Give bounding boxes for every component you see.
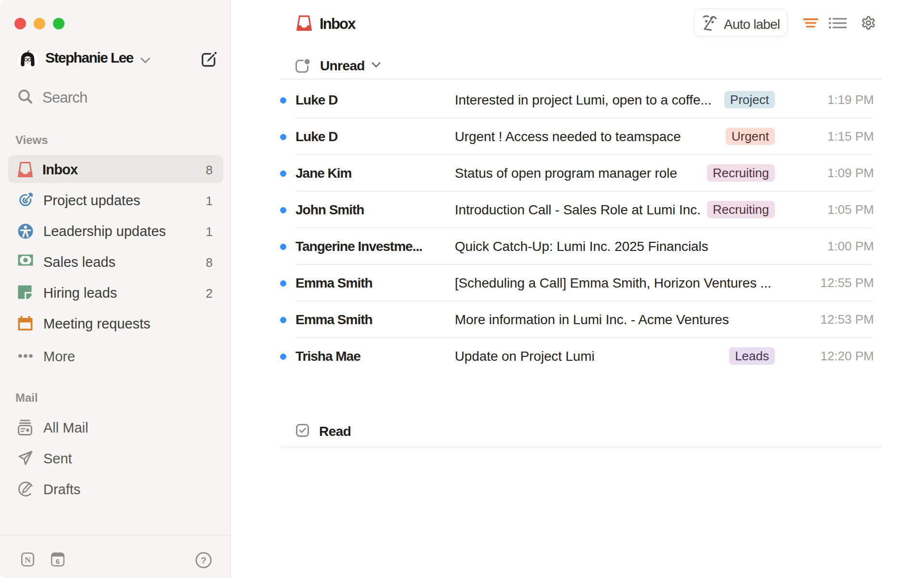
svg-text:6: 6 bbox=[56, 557, 60, 565]
svg-text:N: N bbox=[25, 555, 31, 565]
svg-text:?: ? bbox=[201, 555, 206, 565]
